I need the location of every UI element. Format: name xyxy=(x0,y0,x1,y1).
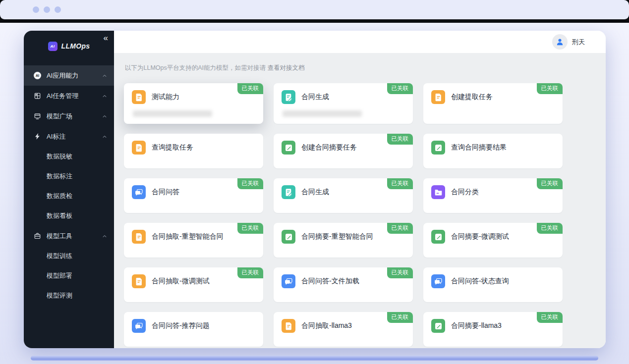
card-header: 合同摘要-重塑智能合同 xyxy=(282,230,405,244)
pen-icon xyxy=(431,319,445,333)
sidebar-subitem[interactable]: 模型评测 xyxy=(24,286,114,306)
app-window: AI LLMOps « AI AI应用能力 AI任务管理 模型广场 AI标注 xyxy=(24,31,606,348)
sidebar-item-toolbox[interactable]: 模型工具 xyxy=(24,226,114,246)
intro-description: 以下为LLMOps平台支持的AI能力模型，如需对接请 xyxy=(125,64,266,71)
capability-card[interactable]: 测试能力 已关联 xyxy=(124,83,263,124)
sidebar-item-label: AI应用能力 xyxy=(47,71,78,80)
card-title: 合同问答 xyxy=(152,188,179,197)
sidebar-item-label: 模型广场 xyxy=(47,112,72,121)
username-label[interactable]: 刑天 xyxy=(572,38,585,47)
minimize-window-button[interactable] xyxy=(44,6,50,13)
capability-card[interactable]: 合同抽取-微调测试 已关联 xyxy=(124,267,263,302)
blurred-description xyxy=(133,110,212,117)
linked-status-badge: 已关联 xyxy=(237,267,264,278)
capability-card[interactable]: 合同问答-推荐问题 xyxy=(124,312,263,347)
sidebar-item-ai-bubble[interactable]: AI AI应用能力 xyxy=(24,65,114,86)
capability-card[interactable]: 查询提取任务 xyxy=(124,134,263,168)
card-title: 合同抽取-重塑智能合同 xyxy=(152,232,224,241)
sidebar-subitem[interactable]: 数据标注 xyxy=(24,166,114,186)
chevron-up-icon[interactable] xyxy=(102,234,107,239)
docs-link[interactable]: 查看对接文档 xyxy=(268,64,305,71)
logo-ai-icon: AI xyxy=(48,42,57,51)
card-header: 合同问答-状态查询 xyxy=(431,274,555,288)
desktop-background: AI LLMOps « AI AI应用能力 AI任务管理 模型广场 AI标注 xyxy=(0,23,629,364)
sidebar-subitem[interactable]: 数据看板 xyxy=(24,206,114,226)
card-title: 合同生成 xyxy=(301,188,329,197)
doc-icon xyxy=(132,274,146,288)
capability-card[interactable]: 合同问答-文件加载 已关联 xyxy=(274,267,413,302)
doc-edit-icon xyxy=(282,90,295,104)
chevron-up-icon[interactable] xyxy=(102,73,107,78)
capability-card[interactable]: 合同摘要-llama3 已关联 xyxy=(423,312,563,347)
ai-bubble-icon: AI xyxy=(34,72,41,79)
sidebar-item-model-market[interactable]: 模型广场 xyxy=(24,106,114,126)
sidebar-subitem[interactable]: 数据脱敏 xyxy=(24,147,114,166)
capability-card[interactable]: 合同摘要-重塑智能合同 已关联 xyxy=(274,223,413,258)
toolbox-icon xyxy=(34,232,41,240)
sidebar: AI LLMOps « AI AI应用能力 AI任务管理 模型广场 AI标注 xyxy=(24,31,114,348)
capability-card[interactable]: 合同生成 已关联 xyxy=(274,178,413,213)
linked-status-badge: 已关联 xyxy=(387,223,413,234)
capability-card[interactable]: 合同摘要-微调测试 已关联 xyxy=(423,223,563,258)
card-header: 合同抽取-llama3 xyxy=(282,319,405,333)
top-header-bar: 刑天 xyxy=(114,31,606,53)
capability-card[interactable]: 合同生成 已关联 xyxy=(274,83,413,124)
chat-icon xyxy=(282,274,295,288)
linked-status-badge: 已关联 xyxy=(237,83,264,94)
capability-card[interactable]: 合同分类 已关联 xyxy=(423,178,563,213)
chevron-up-icon[interactable] xyxy=(102,114,107,119)
main-area: 刑天 以下为LLMOps平台支持的AI能力模型，如需对接请 查看对接文档 测试能… xyxy=(114,31,606,348)
sidebar-item-task-grid[interactable]: AI任务管理 xyxy=(24,86,114,106)
card-header: 合同生成 xyxy=(282,90,405,104)
sidebar-item-label: AI任务管理 xyxy=(47,92,78,101)
pen-icon xyxy=(431,230,445,244)
card-title: 合同生成 xyxy=(301,93,329,102)
folder-icon xyxy=(431,185,445,199)
card-header: 合同问答 xyxy=(132,185,255,199)
browser-chrome xyxy=(0,0,629,19)
capability-card[interactable]: 合同问答-状态查询 xyxy=(423,267,563,302)
card-title: 合同抽取-微调测试 xyxy=(152,277,210,286)
task-grid-icon xyxy=(34,92,41,100)
user-avatar[interactable] xyxy=(552,34,568,50)
capability-card[interactable]: 合同问答 已关联 xyxy=(124,178,263,213)
capability-card[interactable]: 查询合同摘要结果 xyxy=(423,134,563,168)
maximize-window-button[interactable] xyxy=(55,6,61,13)
capability-card[interactable]: 创建提取任务 已关联 xyxy=(423,83,563,124)
card-header: 合同摘要-微调测试 xyxy=(431,230,555,244)
card-header: 合同抽取-微调测试 xyxy=(132,274,255,288)
sidebar-item-label: AI标注 xyxy=(47,132,65,141)
card-header: 合同问答-文件加载 xyxy=(282,274,405,288)
sidebar-nav: AI AI应用能力 AI任务管理 模型广场 AI标注 数据脱敏 数据标注 数据质… xyxy=(24,65,114,306)
card-title: 查询合同摘要结果 xyxy=(451,143,507,152)
app-logo: AI LLMOps xyxy=(24,34,114,58)
sidebar-subitem[interactable]: 模型训练 xyxy=(24,246,114,266)
capability-card[interactable]: 创建合同摘要任务 已关联 xyxy=(274,134,413,168)
linked-status-badge: 已关联 xyxy=(387,134,413,145)
doc-icon xyxy=(132,230,146,244)
sidebar-subitem[interactable]: 模型部署 xyxy=(24,266,114,286)
pen-icon xyxy=(282,230,295,244)
close-window-button[interactable] xyxy=(33,6,39,13)
window-controls xyxy=(0,0,629,13)
card-title: 创建合同摘要任务 xyxy=(301,143,357,152)
linked-status-badge: 已关联 xyxy=(537,223,563,234)
linked-status-badge: 已关联 xyxy=(537,178,563,189)
chevron-up-icon[interactable] xyxy=(102,94,107,99)
capability-card[interactable]: 合同抽取-llama3 已关联 xyxy=(274,312,413,347)
intro-text: 以下为LLMOps平台支持的AI能力模型，如需对接请 查看对接文档 xyxy=(125,64,606,72)
chevron-up-icon[interactable] xyxy=(102,134,107,139)
card-header: 查询提取任务 xyxy=(132,141,255,155)
card-title: 合同摘要-重塑智能合同 xyxy=(301,232,373,241)
sidebar-item-lightning[interactable]: AI标注 xyxy=(24,126,114,147)
chat-icon xyxy=(132,319,146,333)
model-market-icon xyxy=(34,112,41,120)
sidebar-collapse-icon[interactable]: « xyxy=(104,34,108,42)
linked-status-badge: 已关联 xyxy=(387,267,413,278)
capability-card[interactable]: 合同抽取-重塑智能合同 已关联 xyxy=(124,223,263,258)
card-header: 合同问答-推荐问题 xyxy=(132,319,255,333)
linked-status-badge: 已关联 xyxy=(537,312,563,323)
card-title: 合同抽取-llama3 xyxy=(301,321,352,330)
card-header: 合同抽取-重塑智能合同 xyxy=(132,230,255,244)
sidebar-subitem[interactable]: 数据质检 xyxy=(24,186,114,206)
